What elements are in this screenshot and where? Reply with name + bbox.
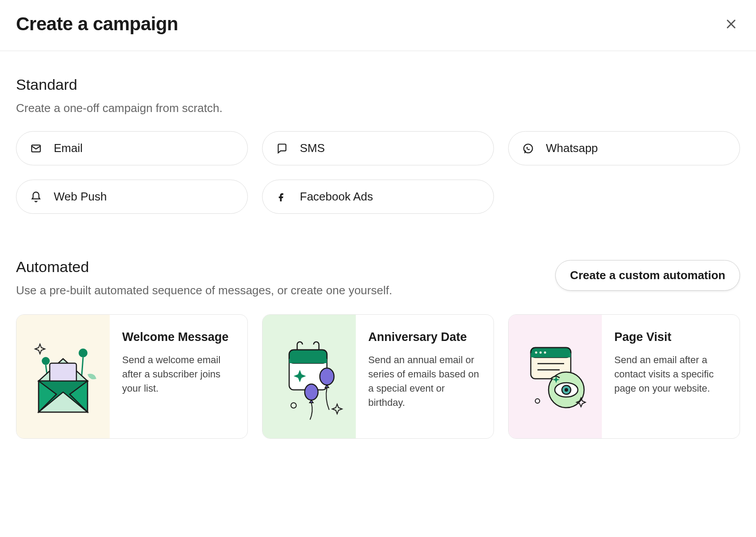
page-visit-template[interactable]: Page Visit Send an email after a contact… [508, 314, 740, 439]
pagevisit-desc: Send an email after a contact visits a s… [614, 353, 727, 396]
welcome-message-template[interactable]: Welcome Message Send a welcome email aft… [16, 314, 248, 439]
svg-point-13 [291, 403, 296, 408]
webpush-option[interactable]: Web Push [16, 180, 248, 214]
facebook-label: Facebook Ads [300, 190, 373, 204]
welcome-desc: Send a welcome email after a subscriber … [122, 353, 235, 396]
sms-icon [276, 142, 288, 155]
bell-icon [30, 191, 42, 203]
close-button[interactable] [722, 15, 740, 33]
whatsapp-label: Whatsapp [546, 141, 598, 155]
standard-section-header: Standard Create a one-off campaign from … [16, 76, 740, 115]
pagevisit-title: Page Visit [614, 329, 727, 345]
svg-rect-16 [531, 353, 571, 357]
svg-point-18 [540, 352, 542, 354]
create-custom-automation-button[interactable]: Create a custom automation [555, 260, 740, 291]
svg-point-4 [79, 349, 88, 357]
automated-templates: Welcome Message Send a welcome email aft… [16, 314, 740, 439]
pagevisit-illustration [509, 315, 602, 438]
svg-point-5 [42, 357, 50, 365]
anniversary-illustration [263, 315, 356, 438]
modal-title: Create a campaign [16, 13, 178, 35]
svg-point-25 [565, 388, 568, 392]
email-label: Email [54, 141, 83, 155]
webpush-label: Web Push [54, 190, 107, 204]
sms-label: SMS [300, 141, 325, 155]
welcome-illustration [16, 315, 110, 438]
anniversary-title: Anniversary Date [368, 329, 481, 345]
email-icon [30, 142, 42, 155]
anniversary-desc: Send an annual email or series of emails… [368, 353, 481, 410]
anniversary-date-template[interactable]: Anniversary Date Send an annual email or… [262, 314, 494, 439]
svg-point-17 [535, 352, 537, 354]
modal-header: Create a campaign [0, 0, 756, 51]
automated-section-header: Automated Use a pre-built automated sequ… [16, 258, 740, 297]
standard-subtitle: Create a one-off campaign from scratch. [16, 101, 740, 115]
automated-subtitle: Use a pre-built automated sequence of me… [16, 284, 555, 297]
sms-option[interactable]: SMS [262, 131, 494, 165]
standard-title: Standard [16, 76, 740, 93]
svg-point-26 [535, 399, 540, 403]
facebook-icon [276, 191, 288, 203]
svg-point-11 [320, 368, 334, 385]
modal-content: Standard Create a one-off campaign from … [0, 51, 756, 455]
facebook-option[interactable]: Facebook Ads [262, 180, 494, 214]
automated-title: Automated [16, 258, 555, 276]
svg-rect-10 [289, 359, 327, 363]
welcome-title: Welcome Message [122, 329, 235, 345]
svg-point-19 [544, 352, 546, 354]
whatsapp-option[interactable]: Whatsapp [508, 131, 740, 165]
whatsapp-icon [522, 142, 534, 155]
standard-options: Email SMS Whatsapp [16, 131, 740, 214]
svg-point-12 [305, 384, 318, 400]
close-icon [725, 18, 737, 30]
email-option[interactable]: Email [16, 131, 248, 165]
